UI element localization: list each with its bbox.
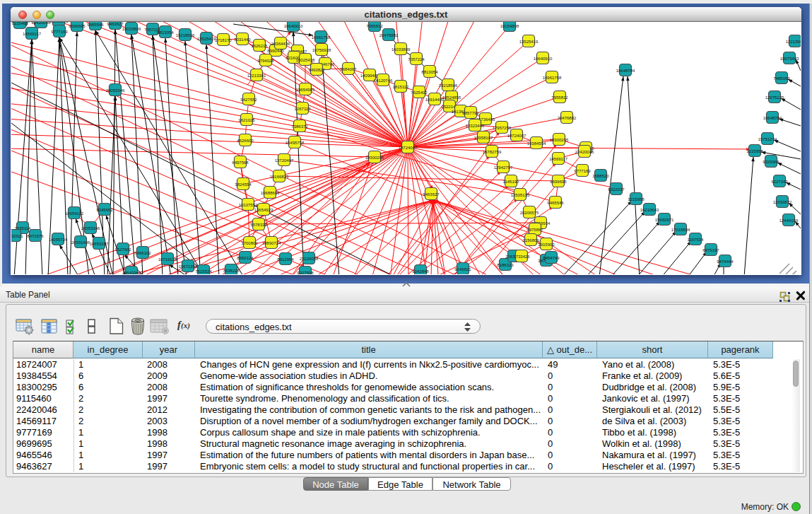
svg-text:3915900: 3915900 [538, 243, 555, 247]
svg-text:10688609: 10688609 [261, 191, 280, 195]
svg-text:9463627: 9463627 [107, 22, 124, 26]
svg-text:19218506: 19218506 [439, 83, 458, 88]
svg-text:13958107: 13958107 [474, 136, 493, 140]
svg-text:16648784: 16648784 [763, 116, 782, 120]
svg-text:20364436: 20364436 [271, 42, 290, 46]
svg-text:7638220: 7638220 [223, 269, 240, 273]
svg-text:10654112: 10654112 [65, 211, 84, 216]
svg-text:9227343: 9227343 [771, 180, 788, 184]
svg-text:15751074: 15751074 [758, 137, 777, 141]
svg-text:19218506: 19218506 [176, 33, 195, 37]
svg-text:10653287: 10653287 [90, 242, 109, 246]
svg-text:17957255: 17957255 [493, 126, 512, 130]
svg-text:9777169: 9777169 [574, 169, 591, 173]
svg-text:9777169: 9777169 [51, 30, 68, 34]
svg-text:7955812: 7955812 [366, 24, 383, 28]
svg-text:10107552: 10107552 [239, 203, 258, 207]
svg-text:1145190: 1145190 [503, 180, 520, 184]
svg-text:16033809: 16033809 [392, 47, 411, 52]
svg-text:9329966: 9329966 [763, 160, 779, 164]
svg-text:13525419: 13525419 [197, 37, 216, 41]
svg-text:10973493: 10973493 [780, 57, 799, 61]
svg-text:9115460: 9115460 [12, 22, 29, 25]
svg-text:2156809: 2156809 [522, 238, 539, 243]
svg-text:14055724: 14055724 [49, 238, 68, 242]
svg-text:10756928: 10756928 [312, 48, 331, 52]
svg-text:1626215: 1626215 [251, 44, 268, 48]
svg-text:1621025: 1621025 [238, 118, 255, 122]
svg-text:16210643: 16210643 [640, 208, 659, 212]
svg-text:18724007: 18724007 [507, 134, 526, 138]
svg-text:20476882: 20476882 [558, 116, 577, 120]
svg-text:9474444: 9474444 [717, 259, 734, 264]
svg-text:20053346: 20053346 [106, 88, 125, 93]
svg-text:8322037: 8322037 [608, 187, 625, 192]
svg-text:1815112: 1815112 [393, 85, 410, 89]
svg-text:7515524: 7515524 [195, 269, 212, 274]
svg-text:9242848: 9242848 [412, 269, 429, 274]
svg-text:6497568: 6497568 [232, 160, 249, 165]
svg-text:7357224: 7357224 [408, 57, 425, 62]
svg-text:3267110: 3267110 [295, 107, 312, 111]
svg-text:14569117: 14569117 [549, 157, 568, 161]
svg-text:1588520: 1588520 [592, 174, 609, 178]
svg-text:12093872: 12093872 [773, 200, 792, 204]
svg-text:10719128: 10719128 [158, 257, 177, 262]
svg-text:9146821: 9146821 [454, 267, 471, 271]
svg-text:1733426: 1733426 [513, 255, 530, 259]
svg-text:9975867: 9975867 [526, 228, 543, 232]
svg-text:12213381: 12213381 [247, 74, 266, 78]
svg-text:5578332: 5578332 [250, 223, 267, 227]
svg-text:13524855: 13524855 [442, 95, 461, 100]
svg-text:9699695: 9699695 [69, 24, 86, 28]
svg-text:8186323: 8186323 [497, 263, 514, 267]
svg-text:8813054: 8813054 [157, 30, 174, 35]
svg-text:16640910: 16640910 [284, 24, 303, 28]
svg-text:14120746: 14120746 [374, 78, 393, 83]
svg-text:9794028: 9794028 [257, 59, 274, 63]
svg-text:14569117: 14569117 [23, 32, 42, 36]
svg-text:20476882: 20476882 [379, 33, 399, 37]
svg-text:3493822: 3493822 [308, 68, 325, 72]
svg-text:6466102: 6466102 [134, 251, 151, 255]
svg-text:15692971: 15692971 [655, 218, 674, 222]
svg-text:12975125: 12975125 [765, 95, 784, 100]
svg-text:16033809: 16033809 [122, 27, 141, 31]
svg-text:20206575: 20206575 [520, 211, 539, 215]
svg-text:23226058: 23226058 [300, 257, 319, 261]
svg-text:19384554: 19384554 [527, 141, 546, 146]
svg-text:8660124: 8660124 [237, 256, 254, 260]
svg-text:9427552: 9427552 [240, 98, 257, 102]
svg-text:19654985: 19654985 [296, 88, 315, 92]
svg-text:13654923: 13654923 [254, 208, 273, 212]
svg-text:12323446: 12323446 [466, 124, 485, 128]
svg-text:8813054: 8813054 [421, 70, 438, 74]
svg-text:10154808: 10154808 [500, 24, 519, 28]
svg-text:7632621: 7632621 [11, 234, 23, 238]
svg-text:12444159: 12444159 [779, 218, 799, 223]
svg-text:15495758: 15495758 [286, 141, 305, 145]
svg-text:9699695: 9699695 [550, 180, 567, 184]
svg-text:9465546: 9465546 [87, 23, 104, 27]
svg-text:3824554: 3824554 [235, 182, 252, 187]
svg-text:16640910: 16640910 [534, 57, 553, 61]
svg-text:10543362: 10543362 [122, 271, 141, 275]
svg-text:16961758: 16961758 [312, 35, 331, 40]
svg-text:18890724: 18890724 [262, 241, 281, 245]
svg-text:6479197: 6479197 [702, 248, 719, 252]
svg-text:9465546: 9465546 [547, 201, 564, 205]
svg-text:12213967: 12213967 [786, 40, 801, 44]
svg-text:8454749: 8454749 [543, 256, 560, 260]
svg-text:19166825: 19166825 [270, 175, 289, 179]
svg-text:7386372: 7386372 [291, 124, 308, 129]
svg-text:13720407: 13720407 [275, 158, 294, 163]
svg-text:16782759: 16782759 [483, 150, 502, 154]
svg-text:9463627: 9463627 [423, 192, 440, 197]
svg-text:20391406: 20391406 [71, 240, 90, 245]
svg-text:12505135: 12505135 [511, 193, 530, 197]
svg-text:18300295: 18300295 [49, 22, 69, 23]
svg-text:18300295: 18300295 [550, 138, 569, 142]
svg-text:8471676: 8471676 [27, 234, 44, 238]
svg-text:1700800: 1700800 [241, 241, 258, 245]
svg-text:7625402: 7625402 [411, 90, 428, 95]
